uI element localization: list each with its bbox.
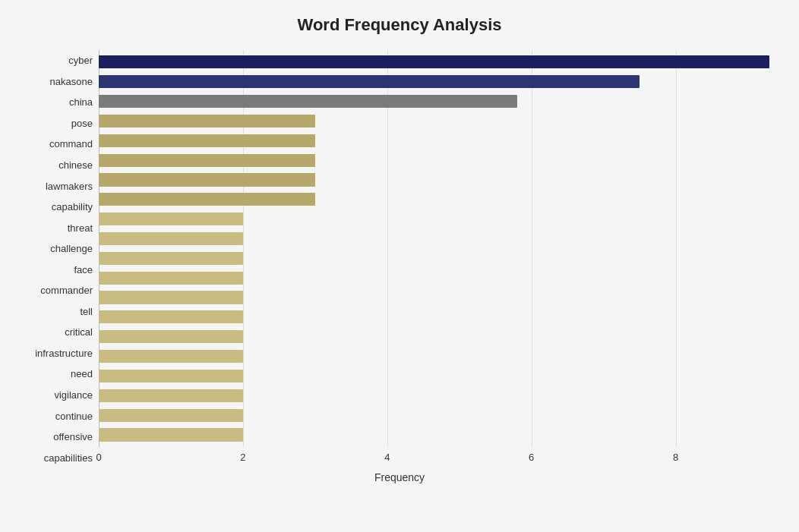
x-tick-2: 2: [240, 452, 245, 463]
bar-row-infrastructure: [99, 327, 784, 347]
bar-row-challenge: [99, 229, 784, 249]
bar-row-vigilance: [99, 367, 784, 386]
y-label-chinese: chinese: [58, 155, 93, 176]
x-tick-4: 4: [384, 452, 390, 463]
bar-lawmakers: [99, 173, 315, 186]
bar-tell: [99, 291, 243, 304]
chart-container: Word Frequency Analysis cybernakasonechi…: [0, 0, 799, 532]
bar-need: [99, 350, 243, 363]
bar-row-pose: [99, 112, 784, 131]
bar-china: [99, 95, 517, 108]
bar-row-china: [99, 92, 784, 112]
bar-row-need: [99, 347, 784, 367]
bar-commander: [99, 272, 243, 285]
y-label-china: china: [69, 92, 93, 113]
x-axis: 02468: [99, 450, 784, 468]
y-label-capabilities: capabilities: [44, 447, 93, 468]
y-axis: cybernakasonechinaposecommandchineselawm…: [15, 50, 99, 468]
y-label-threat: threat: [68, 217, 93, 238]
bar-face: [99, 252, 243, 265]
bar-row-cyber: [99, 52, 784, 72]
bar-command: [99, 134, 315, 147]
y-label-cyber: cyber: [68, 50, 93, 71]
x-tick-8: 8: [673, 452, 678, 463]
bar-threat: [99, 212, 243, 225]
bar-critical: [99, 310, 243, 323]
chart-plot: [99, 50, 784, 447]
bar-row-nakasone: [99, 72, 784, 92]
chart-title: Word Frequency Analysis: [15, 15, 784, 35]
bar-offensive: [99, 409, 243, 422]
bar-infrastructure: [99, 330, 243, 343]
bar-chinese: [99, 154, 315, 167]
bar-row-capability: [99, 190, 784, 209]
y-label-pose: pose: [71, 113, 93, 134]
y-label-commander: commander: [40, 280, 93, 301]
bar-row-chinese: [99, 150, 784, 170]
x-tick-0: 0: [96, 452, 101, 463]
bar-continue: [99, 389, 243, 402]
bar-row-threat: [99, 209, 784, 229]
bar-row-tell: [99, 288, 784, 307]
bar-row-commander: [99, 268, 784, 288]
y-label-continue: continue: [55, 405, 93, 427]
y-label-need: need: [71, 364, 93, 385]
bar-row-command: [99, 131, 784, 150]
bar-row-face: [99, 248, 784, 268]
bar-challenge: [99, 232, 243, 245]
bar-row-continue: [99, 386, 784, 405]
x-tick-6: 6: [529, 452, 534, 463]
bar-pose: [99, 115, 315, 127]
bar-nakasone: [99, 75, 640, 88]
x-axis-title: Frequency: [15, 471, 784, 483]
y-label-lawmakers: lawmakers: [46, 175, 93, 197]
y-label-infrastructure: infrastructure: [35, 343, 93, 364]
y-label-face: face: [74, 259, 93, 280]
y-label-tell: tell: [80, 301, 93, 323]
y-label-challenge: challenge: [50, 238, 93, 260]
bar-cyber: [99, 55, 769, 68]
y-label-offensive: offensive: [53, 427, 93, 448]
y-label-capability: capability: [52, 197, 93, 218]
bar-vigilance: [99, 370, 243, 382]
y-label-nakasone: nakasone: [50, 71, 93, 93]
bar-row-critical: [99, 307, 784, 327]
bar-row-offensive: [99, 405, 784, 425]
bar-row-capabilities: [99, 425, 784, 445]
y-label-command: command: [49, 134, 93, 155]
bar-capabilities: [99, 428, 243, 441]
y-label-vigilance: vigilance: [54, 385, 93, 406]
bar-capability: [99, 193, 315, 206]
y-label-critical: critical: [65, 322, 93, 343]
bar-row-lawmakers: [99, 170, 784, 190]
